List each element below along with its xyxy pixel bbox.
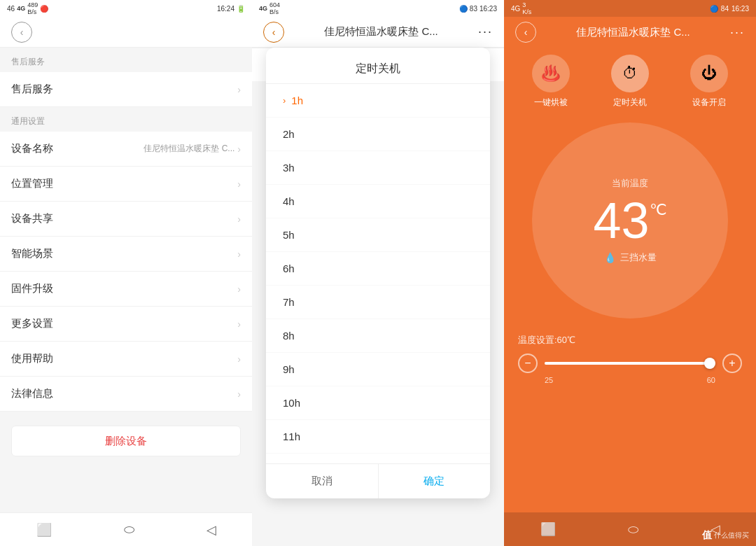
nav-square-1[interactable]: ⬜ (36, 522, 52, 538)
timer-option-1h[interactable]: › 1h (266, 84, 490, 118)
temp-decrease-button[interactable]: − (518, 354, 538, 373)
timer-off-icon: ⏱ (622, 64, 638, 83)
data-speed-1: 489B/s (27, 1, 38, 15)
label-firmware: 固件升级 (11, 282, 53, 295)
section-label-general: 通用设置 (0, 107, 252, 132)
label-share: 设备共享 (11, 212, 53, 225)
delete-section: 删除设备 (11, 426, 241, 456)
dialog-cancel-button[interactable]: 取消 (266, 464, 379, 498)
timer-label-11h: 11h (283, 430, 300, 442)
timer-option-3h[interactable]: 3h (266, 151, 490, 185)
more-options-button-2[interactable]: ··· (478, 24, 493, 39)
back-button-1[interactable]: ‹ (11, 22, 32, 43)
menu-item-device-name[interactable]: 设备名称 佳尼特恒温水暖床垫 C... › (0, 132, 252, 167)
chevron-firmware: › (237, 284, 241, 295)
menu-item-help[interactable]: 使用帮助 › (0, 342, 252, 377)
timer-option-5h[interactable]: 5h (266, 218, 490, 252)
label-legal: 法律信息 (11, 387, 53, 400)
timer-option-11h[interactable]: 11h (266, 420, 490, 454)
timer-option-7h[interactable]: 7h (266, 286, 490, 319)
menu-item-share[interactable]: 设备共享 › (0, 202, 252, 237)
device-controls: ♨️ 一键烘被 ⏱ 定时关机 ⏻ 设备开启 (504, 48, 756, 115)
menu-item-firmware[interactable]: 固件升级 › (0, 272, 252, 307)
temp-number: 43 (593, 195, 649, 246)
timer-option-4h[interactable]: 4h (266, 185, 490, 218)
watermark-text: 什么值得买 (714, 531, 749, 540)
panel2-title: 佳尼特恒温水暖床垫 C... (284, 25, 478, 38)
nav-back-1[interactable]: ◁ (206, 522, 216, 538)
chevron-location: › (237, 178, 241, 190)
nav-circle-1[interactable]: ⬭ (124, 522, 134, 537)
temp-display-container: 当前温度 43 ℃ 💧 三挡水量 (504, 115, 756, 326)
timer-option-9h[interactable]: 9h (266, 353, 490, 386)
check-icon-1h: › (283, 95, 286, 106)
menu-item-after-sales[interactable]: 售后服务 › (0, 72, 252, 107)
timer-label-10h: 10h (283, 397, 300, 409)
timer-dialog: 定时关机 › 1h 2h 3h 4h 5h 6h 7h (266, 48, 490, 498)
temperature-slider[interactable] (545, 362, 715, 365)
back-button-2[interactable]: ‹ (263, 22, 284, 43)
timer-label-9h: 9h (283, 363, 295, 375)
menu-item-location[interactable]: 位置管理 › (0, 167, 252, 202)
menu-item-right-after-sales: › (237, 84, 241, 95)
quick-heat-icon-circle: ♨️ (532, 55, 570, 92)
status-bar-2: 4G 604B/s 🔵 83 16:23 (252, 0, 504, 17)
more-options-button-3[interactable]: ··· (730, 25, 745, 40)
timer-label-2h: 2h (283, 128, 295, 140)
label-device-name: 设备名称 (11, 142, 53, 155)
slider-row: − + (518, 354, 742, 373)
status-bar-right-1: 16:24 🔋 (217, 5, 245, 13)
chevron-device-name: › (237, 144, 241, 155)
nav-circle-3[interactable]: ⬭ (628, 522, 638, 537)
slider-thumb[interactable] (704, 358, 715, 369)
menu-item-more-settings[interactable]: 更多设置 › (0, 307, 252, 342)
nav-square-3[interactable]: ⬜ (540, 522, 556, 537)
timer-option-10h[interactable]: 10h (266, 386, 490, 420)
right-help: › (237, 354, 241, 365)
right-share: › (237, 214, 241, 225)
chevron-help: › (237, 354, 241, 365)
current-temp-label: 当前温度 (612, 177, 648, 190)
data-speed-2: 604B/s (270, 1, 280, 15)
timer-option-8h[interactable]: 8h (266, 319, 490, 353)
4g-icon-1: 4G (17, 5, 25, 12)
power-icon: ⏻ (701, 64, 717, 83)
dialog-confirm-button[interactable]: 确定 (379, 464, 491, 498)
device-control-panel: 4G 3K/s 🔵 84 16:23 ‹ 佳尼特恒温水暖床垫 C... ··· … (504, 0, 756, 546)
back-button-3[interactable]: ‹ (515, 22, 536, 43)
timer-off-button[interactable]: ⏱ 定时关机 (611, 55, 649, 108)
timer-option-12h[interactable]: 12h (266, 454, 490, 463)
right-more-settings: › (237, 318, 241, 330)
chevron-scene: › (237, 248, 241, 260)
right-firmware: › (237, 284, 241, 295)
label-location: 位置管理 (11, 177, 53, 190)
timer-label-1h: 1h (291, 94, 303, 106)
panel1-header: ‹ (0, 17, 252, 48)
timer-label-8h: 8h (283, 330, 295, 342)
chevron-after-sales: › (237, 84, 241, 95)
4g-icon-2: 4G (259, 5, 267, 12)
temperature-display: 当前温度 43 ℃ 💧 三挡水量 (532, 122, 728, 318)
status-bar-left-1: 46 4G 489B/s 🔴 (7, 1, 48, 15)
timer-option-2h[interactable]: 2h (266, 118, 490, 151)
notification-icon-1: 🔴 (40, 5, 48, 13)
power-icon-circle: ⏻ (690, 55, 728, 92)
timer-option-6h[interactable]: 6h (266, 252, 490, 286)
quick-heat-button[interactable]: ♨️ 一键烘被 (532, 55, 570, 108)
power-button[interactable]: ⏻ 设备开启 (690, 55, 728, 108)
temp-increase-button[interactable]: + (722, 354, 742, 373)
temperature-value: 43 ℃ (593, 195, 666, 246)
battery-level-2: 83 (470, 5, 477, 13)
signal-text-1: 46 (7, 5, 15, 13)
clock-3: 16:23 (732, 5, 749, 13)
data-speed-3: 3K/s (522, 1, 531, 15)
value-device-name: 佳尼特恒温水暖床垫 C... (144, 143, 234, 155)
menu-item-scene[interactable]: 智能场景 › (0, 237, 252, 272)
timer-label-4h: 4h (283, 195, 295, 207)
menu-item-legal[interactable]: 法律信息 › (0, 377, 252, 412)
settings-panel: 46 4G 489B/s 🔴 16:24 🔋 ‹ 售后服务 售后服务 › 通用设… (0, 0, 252, 546)
dialog-title: 定时关机 (266, 48, 490, 84)
bluetooth-2: 🔵 (459, 5, 468, 13)
label-scene: 智能场景 (11, 247, 53, 260)
delete-device-button[interactable]: 删除设备 (11, 426, 241, 456)
